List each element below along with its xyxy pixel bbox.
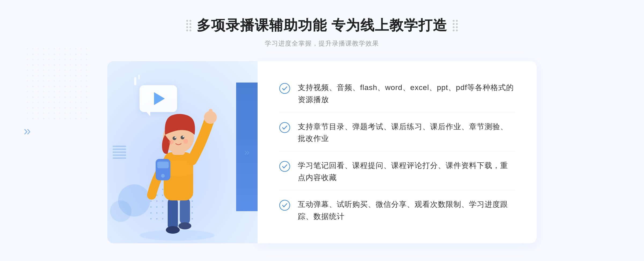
main-content: » [107, 61, 537, 243]
left-chevron-icon: » [24, 123, 31, 138]
svg-point-19 [280, 83, 290, 94]
feature-text-1: 支持视频、音频、flash、word、excel、ppt、pdf等各种格式的资源… [298, 82, 515, 106]
feature-item-1: 支持视频、音频、flash、word、excel、ppt、pdf等各种格式的资源… [279, 75, 515, 113]
svg-point-14 [169, 140, 174, 144]
title-row: 多项录播课辅助功能 专为线上教学打造 [186, 16, 458, 35]
svg-point-10 [173, 136, 176, 140]
features-panel: 支持视频、音频、flash、word、excel、ppt、pdf等各种格式的资源… [258, 61, 537, 243]
check-icon-3 [279, 161, 290, 172]
header-section: 多项录播课辅助功能 专为线上教学打造 学习进度全掌握，提升录播课教学效果 [186, 16, 458, 48]
svg-rect-2 [180, 198, 190, 225]
stripe-decoration [113, 146, 126, 159]
svg-rect-17 [157, 162, 169, 168]
double-chevron-icon: » [244, 147, 250, 158]
page-title: 多项录播课辅助功能 专为线上教学打造 [197, 16, 447, 35]
svg-point-15 [183, 139, 188, 144]
svg-point-21 [280, 161, 290, 171]
page-container: // Will be generated by JS below » 多项录播课… [0, 0, 644, 261]
light-beam-2 [138, 74, 140, 79]
svg-point-22 [280, 200, 290, 210]
svg-point-3 [166, 226, 180, 234]
check-icon-1 [279, 83, 290, 94]
check-icon-2 [279, 122, 290, 133]
light-beam-1 [134, 77, 136, 85]
feature-item-3: 学习笔记回看、课程提问、课程评论打分、课件资料下载，重点内容收藏 [279, 153, 515, 191]
title-right-dots [453, 20, 458, 31]
svg-rect-7 [209, 109, 213, 118]
feature-item-2: 支持章节目录、弹题考试、课后练习、课后作业、章节测验、批改作业 [279, 114, 515, 152]
svg-point-20 [280, 122, 290, 133]
svg-rect-1 [168, 198, 178, 230]
svg-point-18 [161, 174, 165, 178]
feature-text-4: 互动弹幕、试听购买、微信分享、观看次数限制、学习进度跟踪、数据统计 [298, 199, 515, 223]
figure-illustration [126, 93, 228, 243]
illustration-panel: » [107, 61, 258, 243]
feature-item-4: 互动弹幕、试听购买、微信分享、观看次数限制、学习进度跟踪、数据统计 [279, 192, 515, 229]
feature-text-3: 学习笔记回看、课程提问、课程评论打分、课件资料下载，重点内容收藏 [298, 160, 515, 184]
svg-point-13 [183, 136, 184, 137]
svg-point-4 [178, 222, 191, 229]
svg-point-11 [181, 136, 184, 139]
check-icon-4 [279, 200, 290, 211]
title-left-dots [186, 20, 191, 31]
feature-text-2: 支持章节目录、弹题考试、课后练习、课后作业、章节测验、批改作业 [298, 121, 515, 145]
svg-point-12 [175, 137, 176, 138]
page-subtitle: 学习进度全掌握，提升录播课教学效果 [265, 39, 379, 48]
